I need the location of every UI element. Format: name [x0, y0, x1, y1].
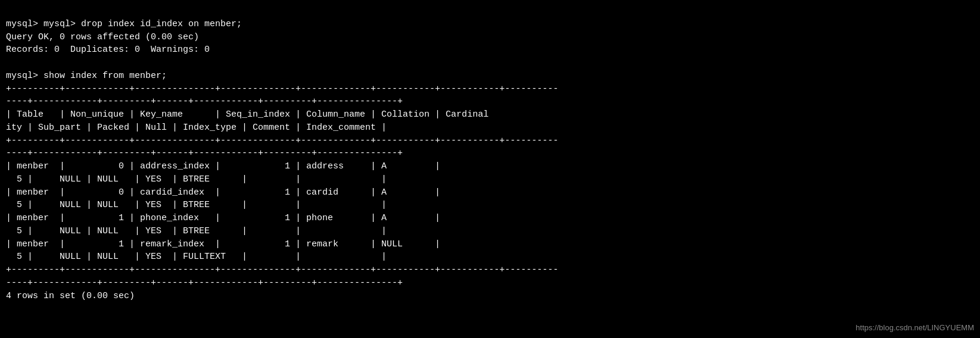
- terminal-window: mysql> mysql> drop index id_index on men…: [0, 0, 980, 338]
- watermark: https://blog.csdn.net/LINGYUEMM: [855, 323, 974, 332]
- terminal-content: mysql> mysql> drop index id_index on men…: [6, 19, 558, 301]
